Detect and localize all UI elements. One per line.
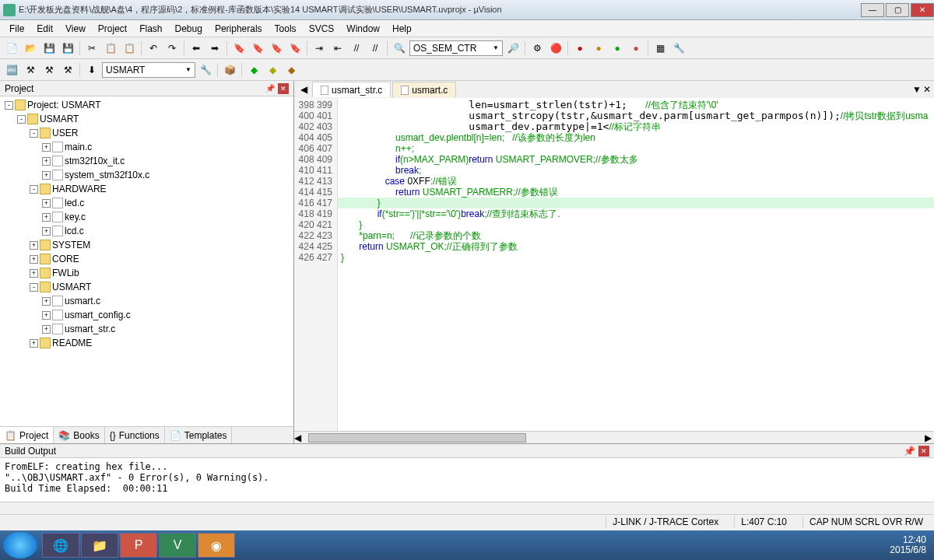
menu-tools[interactable]: Tools <box>269 22 303 36</box>
file-stm32f10x_it-c[interactable]: +stm32f10x_it.c <box>2 154 292 168</box>
expand-icon[interactable]: + <box>30 255 38 264</box>
file-system_stm32f10x-c[interactable]: +system_stm32f10x.c <box>2 168 292 182</box>
wrench-icon[interactable]: 🔧 <box>670 40 687 57</box>
expand-icon[interactable]: + <box>30 339 38 348</box>
expand-icon[interactable]: + <box>30 269 38 278</box>
file-main-c[interactable]: +main.c <box>2 140 292 154</box>
collapse-icon[interactable]: - <box>30 185 38 194</box>
close-button[interactable]: ✕ <box>911 3 934 17</box>
build-icon[interactable]: ⚒ <box>22 61 39 79</box>
expand-icon[interactable]: + <box>42 297 51 306</box>
expand-icon[interactable]: + <box>30 241 38 250</box>
menu-flash[interactable]: Flash <box>133 22 168 36</box>
target-combo[interactable]: USMART▼ <box>102 62 195 78</box>
group-system[interactable]: +SYSTEM <box>2 238 292 252</box>
proj-tab-books[interactable]: 📚Books <box>54 427 104 443</box>
uncomment-icon[interactable]: // <box>367 40 384 57</box>
group-core[interactable]: +CORE <box>2 252 292 266</box>
file-tab-usmart_str-c[interactable]: usmart_str.c <box>312 82 391 97</box>
copy-icon[interactable]: 📋 <box>102 40 119 57</box>
menu-svcs[interactable]: SVCS <box>303 22 341 36</box>
save-all-icon[interactable]: 💾 <box>59 40 76 57</box>
file-led-c[interactable]: +led.c <box>2 196 292 210</box>
file-lcd-c[interactable]: +lcd.c <box>2 224 292 238</box>
menu-view[interactable]: View <box>59 22 92 36</box>
blue-dot-icon[interactable]: ● <box>627 40 644 57</box>
debug-start-icon[interactable]: 🔴 <box>547 40 564 57</box>
group-user[interactable]: -USER <box>2 126 292 140</box>
debug-config-icon[interactable]: ⚙ <box>528 40 546 57</box>
download-icon[interactable]: ⬇ <box>83 61 100 79</box>
new-icon[interactable]: 📄 <box>3 40 20 57</box>
undo-icon[interactable]: ↶ <box>145 40 162 57</box>
file-tab-usmart-c[interactable]: usmart.c <box>392 82 456 97</box>
translate-icon[interactable]: 🔤 <box>3 61 20 79</box>
group-fwlib[interactable]: +FWLib <box>2 266 292 280</box>
proj-tab-functions[interactable]: {}Functions <box>105 427 165 443</box>
comment-icon[interactable]: // <box>348 40 365 57</box>
collapse-icon[interactable]: - <box>30 283 38 292</box>
open-icon[interactable]: 📂 <box>22 40 39 57</box>
bookmark-icon[interactable]: 🔖 <box>230 40 248 57</box>
proj-tab-project[interactable]: 📋Project <box>0 427 54 443</box>
window-icon[interactable]: ▦ <box>651 40 669 57</box>
menu-window[interactable]: Window <box>340 22 386 36</box>
red-dot-icon[interactable]: ● <box>571 40 588 57</box>
menu-debug[interactable]: Debug <box>169 22 209 36</box>
expand-icon[interactable]: + <box>42 199 51 208</box>
group-usmart[interactable]: -USMART <box>2 280 292 294</box>
green-diamond-icon[interactable]: ◆ <box>245 61 262 79</box>
paste-icon[interactable]: 📋 <box>121 40 138 57</box>
bookmark-clear-icon[interactable]: 🔖 <box>286 40 304 57</box>
target-options-icon[interactable]: 🔧 <box>197 61 214 79</box>
bookmark-next-icon[interactable]: 🔖 <box>268 40 285 57</box>
green-dot-icon[interactable]: ● <box>609 40 626 57</box>
build-pin-icon[interactable]: 📌 <box>904 446 915 457</box>
expand-icon[interactable]: + <box>42 157 51 166</box>
save-icon[interactable]: 💾 <box>40 40 58 57</box>
cut-icon[interactable]: ✂ <box>83 40 100 57</box>
brown-diamond-icon[interactable]: ◆ <box>283 61 300 79</box>
target-node[interactable]: -USMART <box>2 112 292 126</box>
minimize-button[interactable]: — <box>861 3 884 17</box>
build-hscroll[interactable] <box>0 502 934 514</box>
expand-icon[interactable]: + <box>42 213 51 222</box>
file-usmart-c[interactable]: +usmart.c <box>2 294 292 308</box>
file-key-c[interactable]: +key.c <box>2 210 292 224</box>
taskbar-app-3[interactable]: P <box>120 533 157 558</box>
taskbar-app-2[interactable]: 📁 <box>81 533 118 558</box>
project-root[interactable]: -Project: USMART <box>2 98 292 112</box>
tab-nav-left[interactable]: ◀ <box>300 84 307 95</box>
tabs-close-icon[interactable]: ✕ <box>923 84 931 95</box>
orange-dot-icon[interactable]: ● <box>590 40 607 57</box>
manage-icon[interactable]: 📦 <box>221 61 238 79</box>
editor-hscroll[interactable]: ◀ ▶ <box>294 431 934 443</box>
find-icon[interactable]: 🔍 <box>391 40 408 57</box>
menu-edit[interactable]: Edit <box>30 22 59 36</box>
outdent-icon[interactable]: ⇤ <box>329 40 346 57</box>
group-hardware[interactable]: -HARDWARE <box>2 182 292 196</box>
file-usmart_str-c[interactable]: +usmart_str.c <box>2 322 292 336</box>
build-close-icon[interactable]: ✕ <box>918 446 929 457</box>
redo-icon[interactable]: ↷ <box>163 40 181 57</box>
find-next-icon[interactable]: 🔎 <box>504 40 521 57</box>
collapse-icon[interactable]: - <box>30 129 38 138</box>
back-icon[interactable]: ⬅ <box>188 40 205 57</box>
code-content[interactable]: len=usmart_strlen(tstr)+1; //包含了结束符'\0' … <box>341 100 931 415</box>
pane-close-icon[interactable]: ✕ <box>278 83 289 94</box>
expand-icon[interactable]: + <box>42 143 51 152</box>
group-readme[interactable]: +README <box>2 336 292 350</box>
maximize-button[interactable]: ▢ <box>886 3 909 17</box>
expand-icon[interactable]: + <box>42 227 51 236</box>
find-combo[interactable]: OS_SEM_CTR▼ <box>409 40 503 56</box>
taskbar-app-1[interactable]: 🌐 <box>42 533 79 558</box>
yellow-diamond-icon[interactable]: ◆ <box>264 61 281 79</box>
menu-help[interactable]: Help <box>386 22 418 36</box>
bookmark-prev-icon[interactable]: 🔖 <box>249 40 266 57</box>
menu-file[interactable]: File <box>3 22 30 36</box>
collapse-icon[interactable]: - <box>5 101 13 110</box>
tabs-menu-icon[interactable]: ▼ <box>912 84 922 95</box>
start-button[interactable] <box>3 532 37 558</box>
taskbar-app-5[interactable]: ◉ <box>198 533 235 558</box>
taskbar-app-4[interactable]: V <box>159 533 196 558</box>
